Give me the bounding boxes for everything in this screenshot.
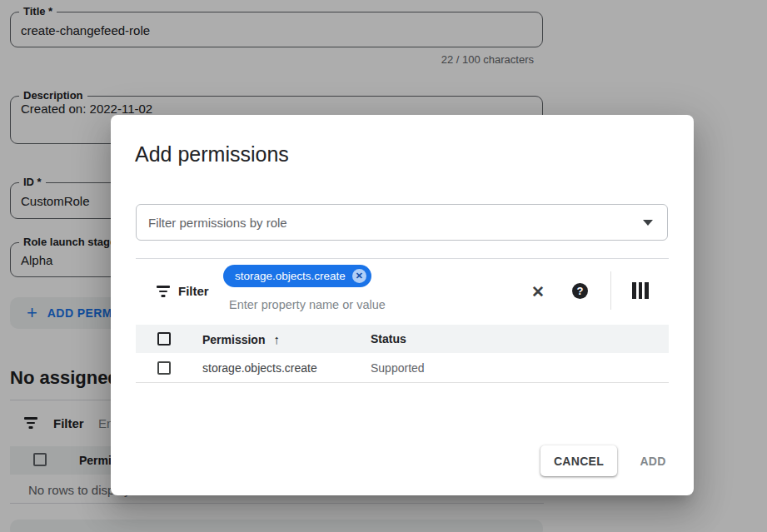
- modal-table-header-row: Permission↑ Status: [136, 325, 669, 353]
- filter-chip[interactable]: storage.objects.create ✕: [223, 265, 371, 287]
- row-permission-value: storage.objects.create: [202, 361, 317, 375]
- filter-permissions-by-role-select[interactable]: Filter permissions by role: [136, 204, 668, 241]
- modal-filter-input[interactable]: Enter property name or value: [229, 298, 386, 311]
- filter-chip-label: storage.objects.create: [235, 270, 346, 282]
- cancel-button[interactable]: CANCEL: [540, 445, 617, 476]
- row-checkbox[interactable]: [157, 361, 171, 375]
- filter-icon: [156, 286, 171, 297]
- permission-table-row[interactable]: storage.objects.create Supported: [136, 353, 669, 383]
- add-permissions-dialog: Add permissions Filter permissions by ro…: [111, 115, 694, 495]
- modal-column-status[interactable]: Status: [371, 332, 406, 346]
- dialog-title: Add permissions: [135, 142, 289, 167]
- chevron-down-icon: [643, 220, 653, 226]
- chip-remove-icon[interactable]: ✕: [352, 269, 366, 283]
- sort-ascending-icon: ↑: [273, 332, 280, 346]
- modal-column-permission[interactable]: Permission↑: [202, 332, 280, 346]
- role-select-placeholder: Filter permissions by role: [148, 216, 287, 230]
- columns-icon[interactable]: [632, 282, 649, 299]
- add-button[interactable]: ADD: [630, 445, 675, 476]
- modal-filter-label: Filter: [178, 284, 209, 298]
- toolbar-divider: [610, 271, 611, 310]
- row-status-value: Supported: [371, 361, 425, 375]
- help-icon[interactable]: ?: [572, 283, 588, 299]
- divider: [136, 258, 669, 259]
- clear-filter-icon[interactable]: ✕: [531, 282, 545, 301]
- modal-select-all-checkbox[interactable]: [157, 332, 171, 346]
